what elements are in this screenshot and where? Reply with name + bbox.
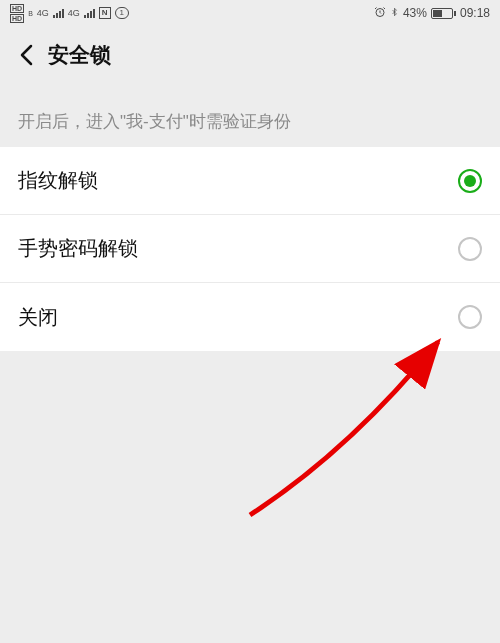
chevron-left-icon [19,44,33,66]
annotation-arrow-icon [220,330,470,530]
app-header: 安全锁 [0,26,500,84]
network-type: 4G [37,8,49,18]
signal-icon [84,8,95,18]
nfc-icon: N [99,7,111,19]
network-sup: B [28,10,33,17]
section-hint: 开启后，进入"我-支付"时需验证身份 [0,84,500,147]
option-fingerprint[interactable]: 指纹解锁 [0,147,500,215]
network-type: 4G [68,8,80,18]
status-left: HD HD B 4G 4G N 1 [10,4,129,23]
battery-icon [431,8,456,19]
option-gesture[interactable]: 手势密码解锁 [0,215,500,283]
hd-icon: HD [10,4,24,13]
hd-icons: HD HD [10,4,24,23]
back-button[interactable] [12,41,40,69]
bluetooth-icon [390,6,399,21]
radio-icon [458,169,482,193]
status-bar: HD HD B 4G 4G N 1 43% 09:18 [0,0,500,26]
option-label: 手势密码解锁 [18,235,138,262]
option-off[interactable]: 关闭 [0,283,500,351]
battery-percent: 43% [403,6,427,20]
options-list: 指纹解锁 手势密码解锁 关闭 [0,147,500,351]
option-label: 关闭 [18,304,58,331]
radio-icon [458,305,482,329]
alarm-icon [374,6,386,20]
page-title: 安全锁 [48,41,111,69]
status-right: 43% 09:18 [374,6,490,21]
hd-icon: HD [10,14,24,23]
sim-badge: 1 [115,7,129,19]
clock-time: 09:18 [460,6,490,20]
signal-icon [53,8,64,18]
radio-icon [458,237,482,261]
option-label: 指纹解锁 [18,167,98,194]
